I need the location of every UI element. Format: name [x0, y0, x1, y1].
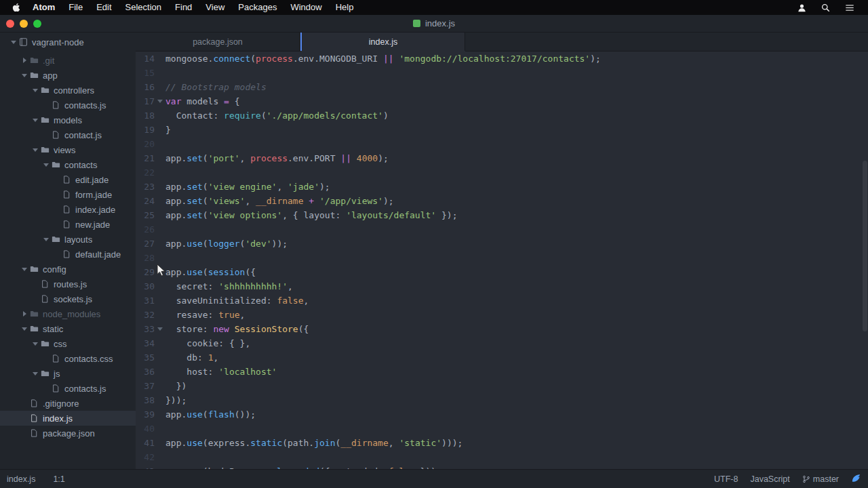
code-line-26[interactable]: 26 — [136, 222, 868, 237]
code-line-28[interactable]: 28 — [136, 251, 868, 265]
tree-file-.gitignore[interactable]: .gitignore — [0, 396, 136, 411]
fold-toggle-icon[interactable] — [155, 94, 165, 108]
tree-file-routes.js[interactable]: routes.js — [0, 277, 136, 291]
chevron-down-icon[interactable] — [30, 148, 41, 152]
tree-file-edit.jade[interactable]: edit.jade — [0, 172, 136, 187]
code-line-37[interactable]: 37 }) — [136, 379, 868, 393]
code-line-40[interactable]: 40 — [136, 422, 868, 436]
fold-toggle-icon[interactable] — [155, 322, 165, 336]
tree-file-new.jade[interactable]: new.jade — [0, 217, 136, 232]
menu-atom[interactable]: Atom — [26, 0, 62, 15]
chevron-down-icon[interactable] — [30, 342, 41, 346]
spotlight-search-icon[interactable] — [821, 3, 830, 12]
tree-folder-views[interactable]: views — [0, 142, 136, 157]
tree-folder-config[interactable]: config — [0, 262, 136, 277]
window-title-bar[interactable]: index.js — [0, 15, 868, 33]
tree-folder-models[interactable]: models — [0, 113, 136, 127]
chevron-down-icon[interactable] — [19, 268, 30, 271]
menu-window[interactable]: Window — [283, 0, 328, 15]
chevron-right-icon[interactable] — [19, 58, 30, 63]
tree-file-default.jade[interactable]: default.jade — [0, 247, 136, 262]
close-window-button[interactable] — [6, 20, 14, 28]
chevron-down-icon[interactable] — [41, 238, 52, 241]
code-line-30[interactable]: 30 secret: 'shhhhhhhhh!', — [136, 279, 868, 293]
code-line-18[interactable]: 18 Contact: require('./app/models/contac… — [136, 108, 868, 123]
status-language[interactable]: JavaScript — [750, 474, 789, 484]
tree-file-contacts.js[interactable]: contacts.js — [0, 381, 136, 396]
tree-folder-app[interactable]: app — [0, 68, 136, 83]
code-line-39[interactable]: 39app.use(flash()); — [136, 407, 868, 422]
tree-file-contact.js[interactable]: contact.js — [0, 127, 136, 142]
code-line-24[interactable]: 24app.set('views', __dirname + '/app/vie… — [136, 194, 868, 208]
chevron-down-icon[interactable] — [30, 89, 41, 92]
code-line-36[interactable]: 36 host: 'localhost' — [136, 365, 868, 379]
code-line-25[interactable]: 25app.set('view options', { layout: 'lay… — [136, 208, 868, 222]
code-line-43[interactable]: 43app.use(bodyParser.urlencoded({ extend… — [136, 464, 868, 469]
tree-folder-.git[interactable]: .git — [0, 53, 136, 68]
code-line-21[interactable]: 21app.set('port', process.env.PORT || 40… — [136, 151, 868, 165]
status-cursor-position[interactable]: 1:1 — [53, 474, 64, 484]
code-line-17[interactable]: 17var models = { — [136, 94, 868, 108]
tree-file-index.jade[interactable]: index.jade — [0, 202, 136, 217]
code-line-32[interactable]: 32 resave: true, — [136, 308, 868, 322]
notification-center-icon[interactable] — [845, 3, 854, 12]
chevron-down-icon[interactable] — [19, 74, 30, 77]
tree-folder-static[interactable]: static — [0, 321, 136, 336]
tree-file-index.js[interactable]: index.js — [0, 411, 136, 426]
code-line-33[interactable]: 33 store: new SessionStore({ — [136, 322, 868, 336]
menu-packages[interactable]: Packages — [231, 0, 283, 15]
chevron-down-icon[interactable] — [41, 163, 52, 167]
code-line-22[interactable]: 22 — [136, 165, 868, 180]
code-line-38[interactable]: 38})); — [136, 393, 868, 407]
code-line-19[interactable]: 19} — [136, 123, 868, 137]
editor-lines[interactable]: 14mongoose.connect(process.env.MONGODB_U… — [136, 52, 868, 469]
tree-view[interactable]: vagrant-node.gitappcontrollerscontacts.j… — [0, 33, 136, 469]
tree-file-package.json[interactable]: package.json — [0, 426, 136, 441]
code-line-20[interactable]: 20 — [136, 137, 868, 151]
minimize-window-button[interactable] — [20, 20, 28, 28]
code-line-16[interactable]: 16// Bootstrap models — [136, 80, 868, 94]
menu-file[interactable]: File — [62, 0, 90, 15]
package-status-icon[interactable] — [851, 473, 861, 485]
tree-file-contacts.js[interactable]: contacts.js — [0, 98, 136, 113]
chevron-down-icon[interactable] — [19, 327, 30, 331]
code-line-35[interactable]: 35 db: 1, — [136, 350, 868, 365]
tree-folder-controllers[interactable]: controllers — [0, 83, 136, 98]
code-line-14[interactable]: 14mongoose.connect(process.env.MONGODB_U… — [136, 52, 868, 66]
apple-menu[interactable] — [7, 3, 26, 12]
chevron-down-icon[interactable] — [30, 119, 41, 122]
user-icon[interactable] — [797, 3, 806, 12]
tree-folder-vagrant-node[interactable]: vagrant-node — [0, 35, 136, 49]
fold-toggle-icon[interactable] — [155, 265, 165, 279]
tree-file-form.jade[interactable]: form.jade — [0, 187, 136, 202]
tree-folder-contacts[interactable]: contacts — [0, 157, 136, 172]
status-encoding[interactable]: UTF-8 — [714, 474, 738, 484]
zoom-window-button[interactable] — [33, 20, 41, 28]
tree-folder-node_modules[interactable]: node_modules — [0, 306, 136, 321]
code-line-27[interactable]: 27app.use(logger('dev')); — [136, 237, 868, 251]
menu-view[interactable]: View — [199, 0, 231, 15]
tree-file-contacts.css[interactable]: contacts.css — [0, 351, 136, 366]
tab-index.js[interactable]: index.js — [300, 33, 465, 51]
code-line-23[interactable]: 23app.set('view engine', 'jade'); — [136, 180, 868, 194]
code-line-15[interactable]: 15 — [136, 66, 868, 80]
menu-selection[interactable]: Selection — [119, 0, 168, 15]
tab-package.json[interactable]: package.json — [136, 33, 300, 51]
git-branch-status[interactable]: master — [802, 474, 839, 484]
chevron-down-icon[interactable] — [8, 41, 19, 44]
scrollbar-thumb[interactable] — [863, 161, 867, 331]
menu-find[interactable]: Find — [168, 0, 199, 15]
menu-help[interactable]: Help — [329, 0, 361, 15]
tree-folder-layouts[interactable]: layouts — [0, 232, 136, 247]
chevron-down-icon[interactable] — [30, 372, 41, 375]
tree-folder-js[interactable]: js — [0, 366, 136, 381]
code-line-34[interactable]: 34 cookie: { }, — [136, 336, 868, 350]
code-line-42[interactable]: 42 — [136, 450, 868, 464]
chevron-right-icon[interactable] — [19, 311, 30, 317]
tree-folder-css[interactable]: css — [0, 336, 136, 351]
code-line-29[interactable]: 29app.use(session({ — [136, 265, 868, 279]
code-line-41[interactable]: 41app.use(express.static(path.join(__dir… — [136, 436, 868, 450]
menu-edit[interactable]: Edit — [90, 0, 118, 15]
code-line-31[interactable]: 31 saveUninitialized: false, — [136, 293, 868, 308]
tree-file-sockets.js[interactable]: sockets.js — [0, 291, 136, 306]
